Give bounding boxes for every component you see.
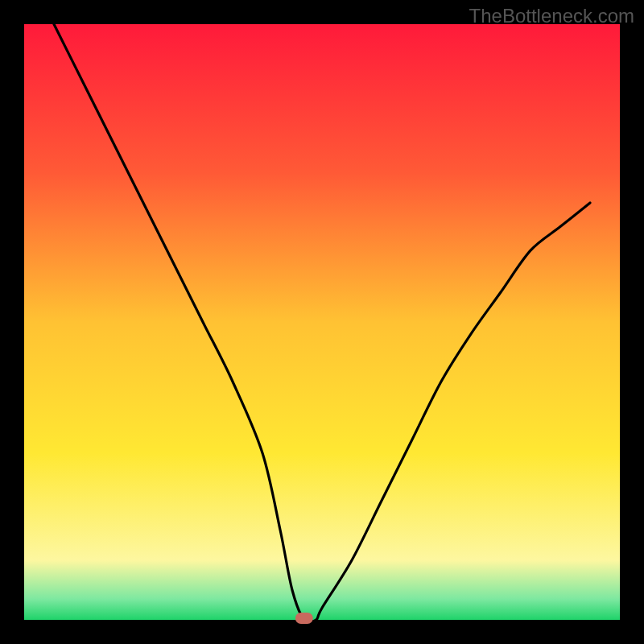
svg-rect-2 xyxy=(295,613,313,624)
svg-rect-1 xyxy=(24,24,620,620)
watermark-text: TheBottleneck.com xyxy=(469,5,634,27)
bottleneck-chart xyxy=(0,0,644,644)
chart-frame xyxy=(0,0,644,644)
